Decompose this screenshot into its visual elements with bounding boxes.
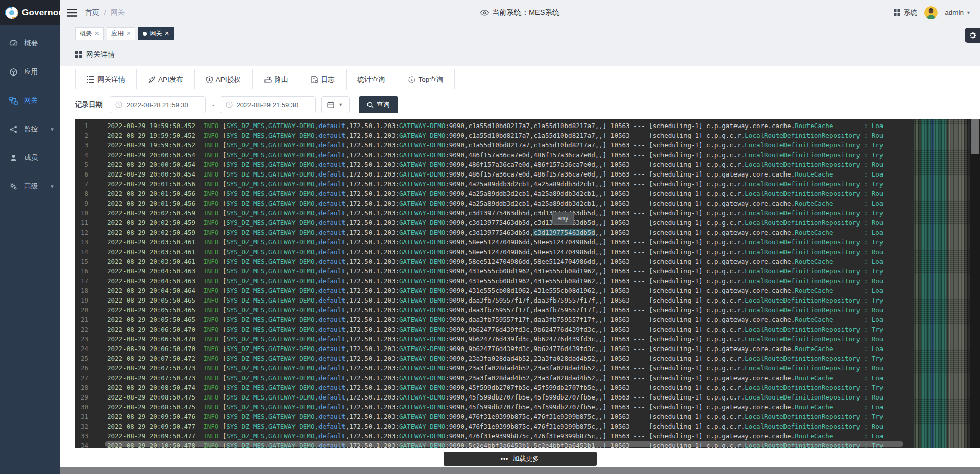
sidebar-item-网关[interactable]: 网关 xyxy=(0,86,60,115)
log-line: 142022-08-29 20:03:50.461 INFO [SYS_DZ_M… xyxy=(75,247,980,257)
log-line: 122022-08-29 20:02:50.459 INFO [SYS_DZ_M… xyxy=(75,228,980,237)
log-line: 92022-08-29 20:01:50.456 INFO [SYS_DZ_ME… xyxy=(75,198,980,208)
line-number: 17 xyxy=(75,276,88,286)
start-date-input[interactable]: 2022-08-28 21:59:30 xyxy=(110,96,206,113)
end-date-input[interactable]: 2022-08-29 21:59:30 xyxy=(220,96,316,113)
tab-Top查询[interactable]: Top查询 xyxy=(397,69,455,89)
start-date-value: 2022-08-28 21:59:30 xyxy=(127,101,188,109)
line-number: 1 xyxy=(75,121,88,131)
log-line: 312022-08-29 20:09:50.476 INFO [SYS_DZ_M… xyxy=(75,412,980,421)
line-number: 15 xyxy=(75,257,88,266)
vertical-scrollbar[interactable] xyxy=(970,119,980,448)
system-menu[interactable]: 系统 xyxy=(894,8,917,17)
line-number: 24 xyxy=(75,344,88,354)
breadcrumb-separator: / xyxy=(104,9,106,16)
page-title: 网关详情 xyxy=(86,50,115,59)
line-number: 23 xyxy=(75,334,88,344)
tag-概要[interactable]: 概要 ✕ xyxy=(75,27,104,40)
settings-button[interactable] xyxy=(965,28,980,43)
caret-down-icon: ▼ xyxy=(966,10,971,15)
file-icon xyxy=(311,76,318,83)
line-number: 21 xyxy=(75,315,88,325)
log-line: 32022-08-29 19:59:50.452 INFO [SYS_DZ_ME… xyxy=(75,140,980,150)
breadcrumb-current: 网关 xyxy=(111,9,125,16)
current-system: 当前系统：MES系统 xyxy=(60,8,980,17)
line-number: 6 xyxy=(75,169,88,179)
log-line: 202022-08-29 20:05:50.465 INFO [SYS_DZ_M… xyxy=(75,305,980,315)
line-number: 14 xyxy=(75,247,88,257)
tag-应用[interactable]: 应用 ✕ xyxy=(107,27,135,40)
sidebar-item-高级[interactable]: 高级▼ xyxy=(0,172,60,201)
log-line: 172022-08-29 20:04:50.463 INFO [SYS_DZ_M… xyxy=(75,276,980,286)
line-number: 9 xyxy=(75,198,88,208)
hamburger-icon[interactable] xyxy=(67,9,77,17)
clock-icon xyxy=(226,101,233,108)
sidebar-item-成员[interactable]: 成员 xyxy=(0,143,60,172)
sidebar-item-监控[interactable]: 监控▼ xyxy=(0,115,60,143)
breadcrumb-home[interactable]: 首页 xyxy=(85,9,99,16)
user-menu[interactable]: admin ▼ xyxy=(945,9,971,16)
tab-API授权[interactable]: API授权 xyxy=(195,69,253,89)
quick-range-button[interactable]: ▼ xyxy=(321,96,350,113)
vertical-scrollbar-thumb[interactable] xyxy=(971,119,979,154)
minimap[interactable] xyxy=(914,119,970,448)
tab-日志[interactable]: 日志 xyxy=(300,69,347,90)
line-number: 32 xyxy=(75,421,88,431)
clock-icon xyxy=(115,101,122,108)
gear-icon xyxy=(968,31,977,40)
sidebar-item-概要[interactable]: 概要 xyxy=(0,29,60,58)
advanced-icon xyxy=(9,182,18,191)
line-number: 26 xyxy=(75,363,88,373)
tab-统计查询[interactable]: 统计查询 xyxy=(347,69,397,89)
filter-label: 记录日期 xyxy=(75,100,103,109)
bottom-strip xyxy=(60,467,980,474)
member-icon xyxy=(9,154,18,162)
logo-icon xyxy=(5,6,18,19)
log-line: 162022-08-29 20:04:50.463 INFO [SYS_DZ_M… xyxy=(75,266,980,276)
top-icon xyxy=(408,76,415,83)
line-number: 12 xyxy=(75,228,88,237)
line-number: 29 xyxy=(75,392,88,402)
log-line: 82022-08-29 20:01:50.456 INFO [SYS_DZ_ME… xyxy=(75,189,980,198)
tab-API发布[interactable]: API发布 xyxy=(137,69,195,89)
close-icon[interactable]: ✕ xyxy=(126,30,131,37)
log-line: 252022-08-29 20:07:50.472 INFO [SYS_DZ_M… xyxy=(75,354,980,363)
log-line: 12022-08-29 19:59:50.452 INFO [SYS_DZ_ME… xyxy=(75,121,980,131)
log-viewer[interactable]: 12022-08-29 19:59:50.452 INFO [SYS_DZ_ME… xyxy=(75,119,980,448)
close-icon[interactable]: ✕ xyxy=(164,30,169,37)
shield-icon xyxy=(206,76,213,83)
log-line: 232022-08-29 20:06:50.470 INFO [SYS_DZ_M… xyxy=(75,334,980,344)
query-button[interactable]: 查询 xyxy=(359,96,398,113)
line-number: 2 xyxy=(75,131,88,140)
tag-网关[interactable]: 网关 ✕ xyxy=(138,27,174,40)
filter-row: 记录日期 2022-08-28 21:59:30 ~ 2022-08-29 21… xyxy=(75,94,398,115)
caret-down-icon: ▼ xyxy=(338,102,343,107)
active-dot xyxy=(143,32,147,36)
monitor-icon xyxy=(9,125,18,134)
eye-icon xyxy=(480,10,489,16)
line-number: 16 xyxy=(75,266,88,276)
line-number: 22 xyxy=(75,325,88,334)
log-line: 302022-08-29 20:08:50.475 INFO [SYS_DZ_M… xyxy=(75,402,980,412)
line-number: 19 xyxy=(75,295,88,305)
log-line: 182022-08-29 20:04:50.464 INFO [SYS_DZ_M… xyxy=(75,286,980,295)
topbar: 首页 / 网关 当前系统：MES系统 系统 admin ▼ xyxy=(60,0,980,25)
sidebar: Governor 概要 应用 网关 监控▼ 成员 高级▼ xyxy=(0,0,60,474)
horizontal-scrollbar[interactable] xyxy=(105,441,903,447)
close-icon[interactable]: ✕ xyxy=(94,30,99,37)
app-icon xyxy=(9,68,18,77)
tab-网关详情[interactable]: 网关详情 xyxy=(75,69,137,89)
log-line: 272022-08-29 20:07:50.473 INFO [SYS_DZ_M… xyxy=(75,373,980,383)
logo-text: Governor xyxy=(22,8,62,18)
router-icon xyxy=(264,76,272,83)
sidebar-item-应用[interactable]: 应用 xyxy=(0,58,60,86)
tab-路由[interactable]: 路由 xyxy=(253,69,300,89)
log-line: 102022-08-29 20:02:50.459 INFO [SYS_DZ_M… xyxy=(75,208,980,218)
avatar[interactable] xyxy=(924,6,938,19)
log-line: 112022-08-29 20:02:50.459 INFO [SYS_DZ_M… xyxy=(75,218,980,228)
load-more-button[interactable]: ••• 加载更多 xyxy=(444,452,597,466)
line-number: 34 xyxy=(75,441,88,448)
page-title-row: 网关详情 xyxy=(60,43,980,66)
log-line: 152022-08-29 20:03:50.461 INFO [SYS_DZ_M… xyxy=(75,257,980,266)
calendar-icon xyxy=(327,101,334,108)
